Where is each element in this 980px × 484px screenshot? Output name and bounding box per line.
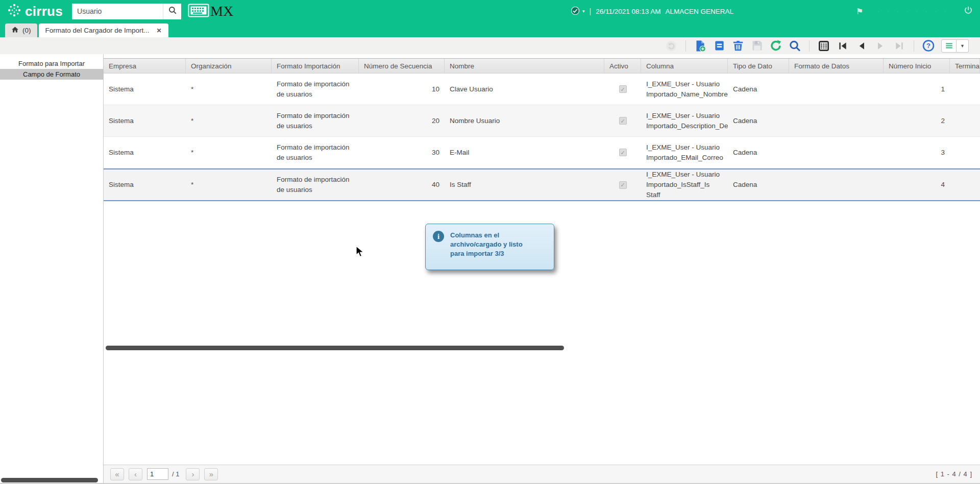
page-total-label: / 1 <box>172 470 179 478</box>
tab-bar: (0) Formato del Cargador de Import... ✕ <box>0 22 980 37</box>
sidebar-item-campo-de-formato[interactable]: Campo de Formato <box>0 69 103 80</box>
cell-tipo-de-dato: Cadena <box>728 137 789 168</box>
find-record-button[interactable] <box>789 40 801 52</box>
cell-empresa: Sistema <box>104 170 186 200</box>
tab-label: Formato del Cargador de Import... <box>45 27 150 34</box>
table-row[interactable]: Sistema * Formato de importación de usua… <box>104 74 980 105</box>
keyboard-layout-button[interactable] <box>187 4 210 19</box>
column-header-formato-de-datos[interactable]: Formato de Datos <box>789 59 884 73</box>
column-header-organizacion[interactable]: Organización <box>186 59 272 73</box>
activo-checkbox[interactable]: ✓ <box>619 117 627 125</box>
grid-panel: Empresa Organización Formato Importación… <box>104 54 980 484</box>
cell-organizacion: * <box>186 105 272 136</box>
previous-record-button[interactable] <box>855 40 868 52</box>
cell-nombre: Nombre Usuario <box>445 105 604 136</box>
delete-record-button[interactable] <box>732 40 744 52</box>
column-header-empresa[interactable]: Empresa <box>104 59 186 73</box>
cell-formato-de-datos <box>789 137 884 168</box>
sidebar-item-formato-para-importar[interactable]: Formato para Importar <box>0 58 103 69</box>
grid-toggle-button[interactable] <box>818 40 830 52</box>
flag-icon[interactable]: ⚑ <box>856 7 863 16</box>
record-range-label: [ 1 - 4 / 4 ] <box>936 470 972 478</box>
save-record-button <box>751 40 763 52</box>
cell-tipo-de-dato: Cadena <box>728 170 789 200</box>
help-button[interactable]: ? <box>922 40 935 52</box>
previous-page-button[interactable]: ‹ <box>129 468 142 480</box>
home-icon <box>11 26 19 35</box>
tab-import-loader-format[interactable]: Formato del Cargador de Import... ✕ <box>39 23 168 37</box>
pagination-bar: « ‹ / 1 › » [ 1 - 4 / 4 ] <box>104 465 980 483</box>
cell-empresa: Sistema <box>104 105 186 136</box>
cell-formato-de-datos <box>789 74 884 105</box>
column-header-nombre[interactable]: Nombre <box>445 59 604 73</box>
new-record-button[interactable] <box>694 40 706 52</box>
toolbar-separator <box>914 40 914 52</box>
column-header-terminal[interactable]: Terminal <box>950 59 980 73</box>
activo-checkbox[interactable]: ✓ <box>619 181 627 189</box>
toolbar-separator <box>685 40 686 52</box>
cell-organizacion: * <box>186 137 272 168</box>
session-datetime: 26/11/2021 08:13 AM <box>596 8 660 15</box>
sidebar-horizontal-scrollbar[interactable] <box>1 478 98 482</box>
session-warehouse[interactable]: ALMACEN GENERAL <box>666 8 734 15</box>
cell-tipo-de-dato: Cadena <box>728 74 789 105</box>
tab-close-icon[interactable]: ✕ <box>157 27 162 34</box>
first-record-button[interactable] <box>837 40 849 52</box>
cell-formato-importacion: Formato de importación de usuarios <box>272 137 359 168</box>
cell-numero-inicio: 1 <box>884 74 950 105</box>
last-record-button <box>893 40 905 52</box>
activo-checkbox[interactable]: ✓ <box>619 85 627 93</box>
session-info: ▾ | 26/11/2021 08:13 AM ALMACEN GENERAL <box>571 0 733 22</box>
cell-empresa: Sistema <box>104 74 186 105</box>
cell-activo: ✓ <box>604 137 641 168</box>
view-options-caret-button[interactable]: ▼ <box>957 39 969 53</box>
cell-numero-inicio: 3 <box>884 137 950 168</box>
search-button[interactable] <box>163 4 181 19</box>
next-page-button[interactable]: › <box>186 468 200 480</box>
table-row[interactable]: Sistema * Formato de importación de usua… <box>104 105 980 137</box>
cell-activo: ✓ <box>604 170 641 200</box>
table-row[interactable]: Sistema * Formato de importación de usua… <box>104 137 980 168</box>
column-header-columna[interactable]: Columna <box>641 59 728 73</box>
detail-tabs-sidebar: Formato para Importar Campo de Formato <box>0 54 104 484</box>
cell-formato-importacion: Formato de importación de usuarios <box>272 170 359 200</box>
column-header-numero-secuencia[interactable]: Número de Secuencia <box>359 59 445 73</box>
cell-empresa: Sistema <box>104 137 186 168</box>
svg-text:?: ? <box>926 42 930 50</box>
column-header-numero-inicio[interactable]: Número Inicio <box>884 59 950 73</box>
ignore-changes-button <box>665 40 677 52</box>
search-input[interactable] <box>72 4 163 19</box>
language-caret-icon[interactable]: ▾ <box>582 9 585 14</box>
keyboard-icon <box>188 4 209 19</box>
logo-text: cirrus <box>25 4 63 19</box>
column-header-activo[interactable]: Activo <box>604 59 641 73</box>
table-row-selected[interactable]: Sistema * Formato de importación de usua… <box>104 168 980 201</box>
column-header-tipo-de-dato[interactable]: Tipo de Dato <box>728 59 789 73</box>
cell-numero-secuencia: 20 <box>359 105 445 136</box>
edit-record-button[interactable] <box>713 40 725 52</box>
tab-home[interactable]: (0) <box>5 23 37 37</box>
toolbar-separator <box>809 40 810 52</box>
topbar-separator: | <box>590 7 592 15</box>
cell-formato-importacion: Formato de importación de usuarios <box>272 74 359 105</box>
activo-checkbox[interactable]: ✓ <box>619 149 627 156</box>
page-number-input[interactable] <box>147 468 168 480</box>
quick-form-list-button[interactable] <box>941 39 957 53</box>
refresh-button[interactable] <box>770 40 782 52</box>
language-globe-icon[interactable] <box>571 6 580 17</box>
cell-columna: I_EXME_User - Usuario Importado_Name_Nom… <box>641 74 728 105</box>
first-page-button[interactable]: « <box>110 468 124 480</box>
cell-terminal <box>950 74 980 105</box>
grid-rows: Sistema * Formato de importación de usua… <box>104 74 980 201</box>
cell-terminal <box>950 105 980 136</box>
logout-power-icon[interactable] <box>964 6 973 17</box>
topbar-right-icons: ⚑ · · · · · · · · <box>856 0 973 22</box>
grid-horizontal-scrollbar[interactable] <box>106 346 564 350</box>
window-toolbar: ? ▼ <box>0 37 980 54</box>
cell-numero-secuencia: 10 <box>359 74 445 105</box>
cell-numero-secuencia: 40 <box>359 170 445 200</box>
column-header-formato-importacion[interactable]: Formato Importación <box>272 59 359 73</box>
app-logo[interactable]: cirrus <box>7 3 63 19</box>
next-record-button <box>874 40 887 52</box>
last-page-button[interactable]: » <box>204 468 218 480</box>
